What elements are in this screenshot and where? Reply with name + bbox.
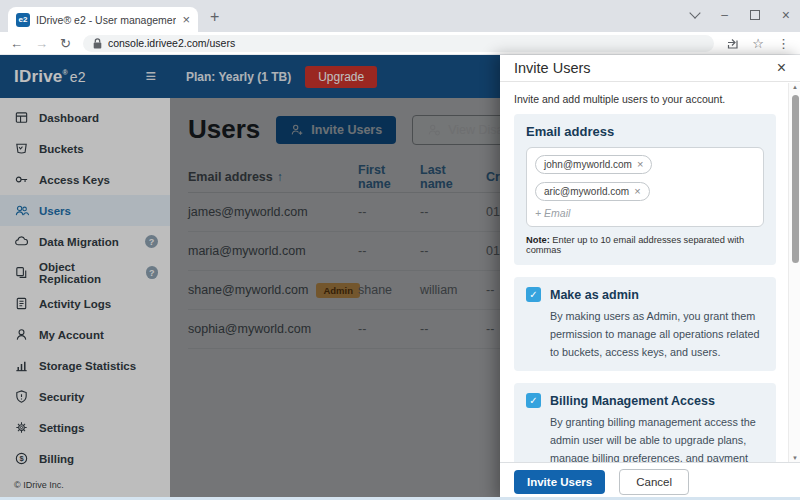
tab-title: IDrive® e2 - User management	[36, 14, 176, 26]
billing-access-checkbox[interactable]: ✓	[526, 393, 541, 408]
email-chip-input[interactable]: john@myworld.com× aric@myworld.com×	[526, 147, 764, 227]
kebab-menu-icon[interactable]: ⋮	[777, 37, 790, 50]
forward-icon: →	[35, 37, 48, 50]
make-admin-checkbox[interactable]: ✓	[526, 287, 541, 302]
lock-icon	[93, 38, 102, 49]
page-content: IDrive®e2 ≡ Dashboard Buckets Access Key…	[0, 55, 800, 500]
back-icon[interactable]: ←	[10, 37, 23, 50]
billing-access-label: Billing Management Access	[550, 394, 715, 408]
panel-title: Invite Users	[514, 60, 591, 76]
make-as-admin-section: ✓ Make as admin By making users as Admin…	[514, 277, 776, 371]
chip-remove-icon[interactable]: ×	[637, 159, 643, 170]
window-chevron-icon[interactable]	[689, 7, 700, 18]
email-input[interactable]	[535, 207, 755, 219]
address-field[interactable]: console.idrivee2.com/users	[83, 35, 714, 52]
url-bar: ← → ↻ console.idrivee2.com/users ☆ ⋮	[0, 32, 800, 55]
billing-access-section: ✓ Billing Management Access By granting …	[514, 383, 776, 462]
window-maximize-icon[interactable]	[750, 10, 760, 20]
invite-users-submit-button[interactable]: Invite Users	[514, 470, 605, 494]
panel-scrollbar[interactable]: ▲ ▼	[788, 83, 800, 462]
window-minimize-icon[interactable]: –	[721, 8, 728, 22]
email-section-heading: Email address	[526, 124, 764, 139]
tab-strip: e2 IDrive® e2 - User management × + – ×	[0, 0, 800, 32]
email-address-section: Email address john@myworld.com× aric@myw…	[514, 114, 776, 265]
url-text: console.idrivee2.com/users	[108, 37, 235, 49]
make-admin-label: Make as admin	[550, 288, 639, 302]
scrollbar-up-icon[interactable]: ▲	[789, 84, 800, 90]
browser-window: e2 IDrive® e2 - User management × + – × …	[0, 0, 800, 500]
share-icon[interactable]	[726, 37, 739, 50]
cancel-button[interactable]: Cancel	[619, 469, 689, 495]
browser-tab[interactable]: e2 IDrive® e2 - User management ×	[8, 7, 198, 32]
refresh-icon[interactable]: ↻	[60, 37, 71, 50]
window-close-icon[interactable]: ×	[782, 7, 790, 23]
scrollbar-down-icon[interactable]: ▼	[789, 455, 800, 461]
email-chip: aric@myworld.com×	[535, 182, 650, 201]
tab-close-icon[interactable]: ×	[182, 13, 190, 26]
panel-footer: Invite Users Cancel	[500, 462, 800, 500]
email-chip: john@myworld.com×	[535, 155, 652, 174]
chip-remove-icon[interactable]: ×	[634, 186, 640, 197]
panel-intro-text: Invite and add multiple users to your ac…	[514, 93, 776, 105]
panel-body: Invite and add multiple users to your ac…	[500, 83, 788, 462]
make-admin-description: By making users as Admin, you grant them…	[550, 308, 764, 361]
new-tab-button[interactable]: +	[210, 8, 219, 26]
close-icon[interactable]: ×	[777, 60, 786, 76]
billing-access-description: By granting billing management access th…	[550, 414, 764, 462]
scrollbar-thumb[interactable]	[792, 95, 799, 263]
email-note: Note: Enter up to 10 email addresses sep…	[526, 235, 764, 255]
invite-users-panel: Invite Users × Invite and add multiple u…	[500, 55, 800, 500]
star-icon[interactable]: ☆	[752, 37, 764, 50]
favicon-e2: e2	[16, 13, 30, 27]
